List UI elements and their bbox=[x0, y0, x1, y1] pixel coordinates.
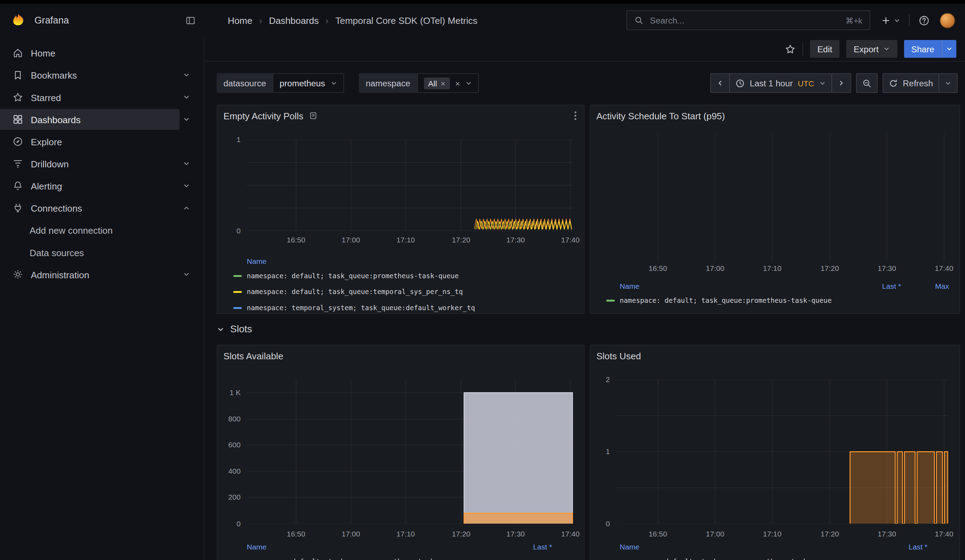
legend-column-header[interactable]: Last * bbox=[533, 543, 552, 552]
legend-label: namespace: default; task_queue:prometheu… bbox=[247, 272, 459, 280]
chart-area: 21016:5017:0017:1017:2017:3017:40 bbox=[590, 345, 959, 560]
time-shift-back-button[interactable] bbox=[710, 73, 730, 93]
sidebar: HomeBookmarksStarredDashboardsExploreDri… bbox=[0, 37, 204, 560]
search-box[interactable]: ⌘+k bbox=[626, 11, 870, 30]
refresh-button[interactable]: Refresh bbox=[883, 73, 939, 93]
y-axis-label: 0 bbox=[217, 226, 241, 236]
legend-item[interactable]: namespace: default; task_queue:prometheu… bbox=[606, 553, 960, 560]
panel-title[interactable]: Activity Schedule To Start (p95) bbox=[596, 111, 725, 121]
legend-label: namespace: temporal_system; task_queue:d… bbox=[247, 304, 475, 312]
export-button[interactable]: Export bbox=[846, 40, 897, 58]
datasource-value: prometheus bbox=[280, 78, 325, 88]
share-button[interactable]: Share bbox=[904, 40, 942, 58]
time-controls: Last 1 hour UTC Refresh bbox=[710, 73, 958, 93]
clear-icon[interactable]: × bbox=[455, 79, 460, 87]
chevron-down-icon bbox=[894, 17, 900, 23]
time-series-plot bbox=[247, 380, 573, 524]
sidebar-item-home[interactable]: Home bbox=[0, 42, 204, 64]
x-axis-label: 17:20 bbox=[452, 530, 471, 539]
namespace-value-chip[interactable]: All × bbox=[424, 77, 450, 89]
search-shortcut: ⌘+k bbox=[846, 16, 862, 25]
sidebar-item-starred[interactable]: Starred bbox=[0, 87, 204, 108]
dock-sidebar-icon[interactable] bbox=[185, 15, 196, 26]
breadcrumb-separator: › bbox=[325, 15, 329, 26]
plus-icon bbox=[881, 16, 890, 25]
legend-item[interactable]: namespace: default; task_queue:prometheu… bbox=[233, 268, 584, 284]
datasource-picker[interactable]: prometheus bbox=[273, 73, 344, 93]
panel-description-icon[interactable] bbox=[309, 111, 318, 120]
time-range-picker[interactable]: Last 1 hour UTC bbox=[729, 73, 833, 93]
brand-zone: Grafana bbox=[0, 12, 204, 28]
y-axis-label: 800 bbox=[217, 415, 241, 424]
sidebar-item-data-sources[interactable]: Data sources bbox=[0, 242, 204, 263]
x-axis-label: 17:30 bbox=[878, 530, 896, 539]
breadcrumb-item[interactable]: Home bbox=[228, 15, 252, 26]
namespace-picker[interactable]: All × × bbox=[417, 73, 479, 93]
x-axis-label: 17:20 bbox=[452, 236, 471, 245]
legend-column-header[interactable]: Name bbox=[620, 282, 640, 291]
legend-item[interactable]: namespace: default; task_queue:prometheu… bbox=[606, 292, 960, 309]
x-axis-label: 17:30 bbox=[506, 530, 525, 539]
help-icon[interactable] bbox=[918, 15, 930, 26]
sidebar-item-add-new-connection[interactable]: Add new connection bbox=[0, 219, 204, 241]
time-shift-forward-button[interactable] bbox=[831, 73, 851, 93]
toolbar-divider bbox=[803, 43, 803, 55]
star-icon bbox=[12, 91, 23, 103]
refresh-label: Refresh bbox=[903, 78, 933, 88]
panel-title[interactable]: Empty Activity Polls bbox=[224, 111, 304, 121]
sidebar-item-drilldown[interactable]: Drilldown bbox=[0, 153, 204, 175]
legend-item[interactable]: namespace: temporal_system; task_queue:d… bbox=[233, 300, 584, 313]
refresh-icon bbox=[888, 78, 898, 88]
legend-column-header[interactable]: Last * bbox=[882, 282, 901, 291]
sidebar-item-alerting[interactable]: Alerting bbox=[0, 175, 204, 197]
apps-icon bbox=[12, 114, 23, 125]
legend-column-header[interactable]: Name bbox=[247, 543, 267, 552]
brand-name: Grafana bbox=[34, 15, 69, 26]
remove-value-icon[interactable]: × bbox=[441, 79, 445, 87]
y-axis-label: 200 bbox=[217, 492, 241, 502]
sidebar-item-bookmarks[interactable]: Bookmarks bbox=[0, 64, 204, 86]
legend-label: namespace: default; task_queue:prometheu… bbox=[620, 296, 832, 304]
breadcrumb-item[interactable]: Dashboards bbox=[269, 15, 319, 26]
panel-menu-icon[interactable] bbox=[572, 109, 579, 122]
sidebar-item-label: Drilldown bbox=[31, 158, 69, 169]
legend-item[interactable]: namespace: default; task_queue:prometheu… bbox=[233, 553, 584, 560]
favorite-star-icon[interactable] bbox=[785, 44, 796, 55]
refresh-interval-dropdown[interactable] bbox=[939, 73, 958, 93]
legend-column-header[interactable]: Name bbox=[620, 543, 640, 552]
variable-label: namespace bbox=[359, 73, 417, 93]
panel-slots-used: Slots Used 21016:5017:0017:1017:2017:301… bbox=[589, 344, 960, 560]
chevron-left-icon bbox=[716, 79, 724, 87]
sidebar-item-label: Home bbox=[31, 48, 56, 58]
legend-column-header[interactable]: Last * bbox=[908, 543, 927, 552]
panel-header: Activity Schedule To Start (p95) bbox=[590, 105, 959, 126]
panel-legend: NameLast *namespace: default; task_queue… bbox=[590, 541, 959, 560]
panel-title[interactable]: Slots Available bbox=[224, 351, 283, 361]
top-nav: Grafana Home›Dashboards›Temporal Core SD… bbox=[0, 4, 965, 37]
sidebar-item-explore[interactable]: Explore bbox=[0, 131, 204, 153]
share-dropdown-button[interactable] bbox=[942, 40, 956, 58]
zoom-out-button[interactable] bbox=[856, 73, 878, 93]
dashboard-row-slots[interactable]: Slots bbox=[216, 320, 252, 339]
legend-column-header[interactable]: Name bbox=[247, 257, 267, 266]
x-axis-label: 17:40 bbox=[561, 236, 580, 245]
panel-title[interactable]: Slots Used bbox=[596, 351, 641, 361]
add-menu-button[interactable] bbox=[881, 16, 900, 25]
legend-column-header[interactable]: Max bbox=[935, 282, 949, 291]
x-axis-label: 17:10 bbox=[396, 236, 415, 245]
x-axis-label: 17:00 bbox=[342, 530, 360, 539]
y-axis-label: 1 bbox=[590, 447, 610, 457]
chevron-up-icon bbox=[183, 204, 190, 212]
edit-button[interactable]: Edit bbox=[810, 40, 839, 58]
sidebar-item-connections[interactable]: Connections bbox=[0, 197, 204, 219]
sidebar-item-dashboards[interactable]: Dashboards bbox=[0, 108, 204, 131]
sidebar-item-administration[interactable]: Administration bbox=[0, 263, 204, 286]
user-avatar[interactable] bbox=[940, 13, 955, 28]
variable-label: datasource bbox=[216, 73, 273, 93]
panel-empty-activity-polls: Empty Activity Polls 1016:5017:0017:1017… bbox=[216, 104, 585, 314]
legend-item[interactable]: namespace: default; task_queue:temporal_… bbox=[233, 284, 584, 300]
x-axis-label: 17:20 bbox=[820, 530, 839, 539]
panel-legend: NameLast *namespace: default; task_queue… bbox=[217, 541, 584, 560]
y-axis-label: 1 K bbox=[217, 388, 241, 398]
search-input[interactable] bbox=[649, 15, 846, 26]
